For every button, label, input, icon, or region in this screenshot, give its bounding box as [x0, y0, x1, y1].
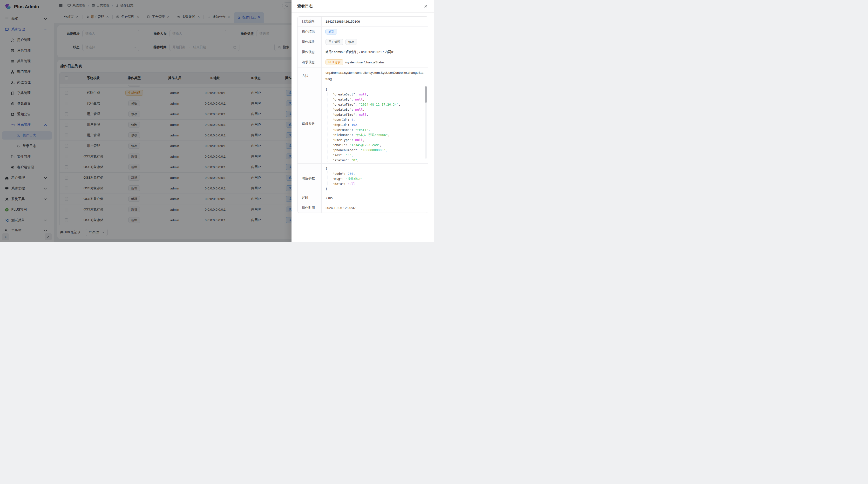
operation-time-value: 2024-10-06 12:20:37: [322, 203, 428, 213]
app-window: Plus Admin 概览系统管理用户管理角色管理菜单管理部门管理岗位管理字典管…: [0, 0, 434, 242]
close-icon[interactable]: [424, 4, 428, 8]
detail-row-module: 操作模块 用户管理 修改: [298, 37, 428, 47]
detail-label: 操作信息: [298, 47, 322, 57]
detail-label: 操作时间: [298, 203, 322, 213]
detail-row-cost: 耗时 7 ms: [298, 193, 428, 203]
detail-row-result: 操作结果 成功: [298, 26, 428, 37]
detail-row-request: 请求信息 PUT请求 /system/user/changeStatus: [298, 57, 428, 67]
detail-label: 日志编号: [298, 17, 322, 26]
detail-row-req-params: 请求参数 {"createDept": null,"createBy": nul…: [298, 84, 428, 163]
log-detail-table: 日志编号 1842781986426159106 操作结果 成功 操作模块 用户…: [297, 17, 428, 213]
request-params-json: {"createDept": null,"createBy": null,"cr…: [322, 84, 428, 163]
detail-row-info: 操作信息 账号: admin / 研发部门 / 0:0:0:0:0:0:0:1 …: [298, 47, 428, 57]
detail-label: 操作结果: [298, 27, 322, 37]
log-detail-drawer: 查看日志 日志编号 1842781986426159106 操作结果 成功 操作…: [291, 0, 434, 242]
detail-row-method: 方法 org.dromara.system.controller.system.…: [298, 67, 428, 84]
detail-row-time: 操作时间 2024-10-06 12:20:37: [298, 203, 428, 213]
drawer-header: 查看日志: [291, 0, 434, 12]
module-badge: 用户管理: [326, 39, 343, 45]
request-url: /system/user/changeStatus: [345, 61, 384, 64]
response-params-json: {"code": 200,"msg": "操作成功","data": null}: [322, 164, 428, 193]
drawer-body: 日志编号 1842781986426159106 操作结果 成功 操作模块 用户…: [291, 12, 434, 217]
action-badge: 修改: [345, 39, 357, 45]
detail-row-resp-params: 响应参数 {"code": 200,"msg": "操作成功","data": …: [298, 163, 428, 193]
detail-label: 操作模块: [298, 37, 322, 47]
detail-row-id: 日志编号 1842781986426159106: [298, 17, 428, 26]
cost-value: 7 ms: [322, 193, 428, 203]
detail-label: 请求参数: [298, 84, 322, 163]
http-method-badge: PUT请求: [326, 59, 343, 65]
operation-info-value: 账号: admin / 研发部门 / 0:0:0:0:0:0:0:1 / 内网I…: [322, 47, 428, 57]
log-id-value: 1842781986426159106: [322, 17, 428, 26]
drawer-title: 查看日志: [297, 4, 313, 9]
detail-label: 请求信息: [298, 57, 322, 67]
status-badge: 成功: [326, 29, 337, 34]
detail-label: 响应参数: [298, 164, 322, 193]
detail-label: 耗时: [298, 193, 322, 203]
method-value: org.dromara.system.controller.system.Sys…: [322, 67, 428, 84]
detail-label: 方法: [298, 67, 322, 84]
scrollbar[interactable]: [425, 86, 427, 159]
